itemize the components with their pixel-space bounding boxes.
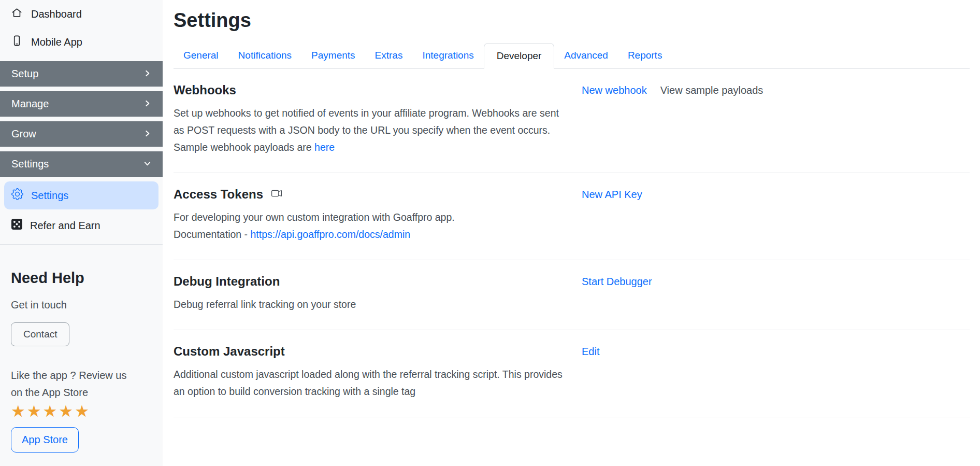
section-title: Debug Integration [174, 274, 572, 289]
group-label: Manage [11, 98, 49, 110]
page-title: Settings [174, 9, 970, 32]
help-title: Need Help [11, 270, 152, 287]
group-label: Settings [11, 158, 49, 170]
sidebar-item-dashboard[interactable]: Dashboard [0, 0, 163, 28]
sidebar-group-setup[interactable]: Setup [0, 61, 163, 87]
sidebar-item-mobile-app[interactable]: Mobile App [0, 28, 163, 56]
tab-reports[interactable]: Reports [618, 43, 672, 68]
new-webhook-link[interactable]: New webhook [582, 84, 647, 96]
group-label: Setup [11, 68, 38, 80]
tab-general[interactable]: General [174, 43, 228, 68]
section-title: Custom Javascript [174, 344, 572, 359]
tab-notifications[interactable]: Notifications [228, 43, 302, 68]
tab-extras[interactable]: Extras [365, 43, 413, 68]
start-debugger-link[interactable]: Start Debugger [582, 276, 652, 288]
star-rating: ★★★★★ [11, 401, 152, 422]
section-access-tokens: Access Tokens For developing your own cu… [174, 173, 970, 260]
description-text: For developing your own custom integrati… [174, 211, 455, 223]
contact-button[interactable]: Contact [11, 322, 69, 346]
sidebar-item-label: Refer and Earn [30, 220, 100, 232]
main-content: Settings General Notifications Payments … [163, 0, 980, 466]
section-description: Debug referral link tracking on your sto… [174, 296, 563, 313]
section-description: Additional custom javascript loaded alon… [174, 366, 563, 400]
sidebar-group-grow[interactable]: Grow [0, 121, 163, 147]
section-description: For developing your own custom integrati… [174, 209, 563, 243]
sidebar: Dashboard Mobile App Setup Manage Grow [0, 0, 163, 466]
chevron-right-icon [143, 68, 151, 80]
help-subtitle: Get in touch [11, 299, 152, 311]
tab-payments[interactable]: Payments [301, 43, 365, 68]
chevron-down-icon [143, 158, 151, 170]
sidebar-item-label: Mobile App [31, 36, 82, 48]
group-label: Grow [11, 128, 36, 140]
doc-prefix-text: Documentation - [174, 229, 251, 240]
new-api-key-link[interactable]: New API Key [582, 189, 642, 201]
app-store-button[interactable]: App Store [11, 427, 79, 453]
section-title: Access Tokens [174, 187, 572, 202]
tab-integrations[interactable]: Integrations [412, 43, 483, 68]
section-custom-javascript: Custom Javascript Additional custom java… [174, 330, 970, 417]
documentation-link[interactable]: https://api.goaffpro.com/docs/admin [251, 229, 411, 240]
edit-link[interactable]: Edit [582, 346, 599, 358]
sidebar-item-label: Dashboard [31, 8, 82, 20]
section-description: Set up webhooks to get notified of event… [174, 105, 563, 156]
sample-payloads-here-link[interactable]: here [314, 142, 335, 153]
gear-icon [11, 188, 23, 203]
section-title: Webhooks [174, 83, 572, 97]
home-icon [11, 7, 23, 21]
tab-bar: General Notifications Payments Extras In… [174, 43, 970, 69]
title-text: Access Tokens [174, 187, 263, 202]
chevron-right-icon [143, 98, 151, 110]
tab-advanced[interactable]: Advanced [554, 43, 618, 68]
help-panel: Need Help Get in touch Contact Like the … [0, 245, 163, 453]
view-sample-payloads-link[interactable]: View sample payloads [660, 84, 763, 96]
sidebar-item-label: Settings [31, 190, 68, 202]
tab-developer[interactable]: Developer [484, 43, 555, 69]
sidebar-item-refer-and-earn[interactable]: Refer and Earn [0, 212, 163, 239]
sidebar-group-settings[interactable]: Settings [0, 151, 163, 177]
section-debug-integration: Debug Integration Debug referral link tr… [174, 260, 970, 330]
sidebar-group-manage[interactable]: Manage [0, 91, 163, 117]
dice-icon [11, 219, 22, 232]
video-camera-icon [270, 187, 283, 202]
sidebar-item-settings[interactable]: Settings [4, 181, 158, 209]
sidebar-groups: Setup Manage Grow Settings [0, 61, 163, 181]
chevron-right-icon [143, 128, 151, 140]
phone-icon [11, 35, 23, 49]
description-text: Set up webhooks to get notified of event… [174, 107, 559, 153]
review-text: Like the app ? Review us on the App Stor… [11, 367, 136, 401]
section-webhooks: Webhooks Set up webhooks to get notified… [174, 69, 970, 173]
